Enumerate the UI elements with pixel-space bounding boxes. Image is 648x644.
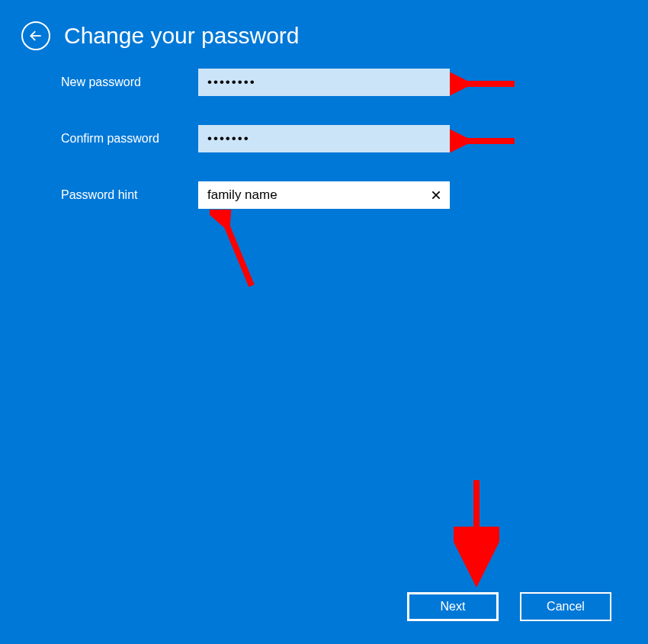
cancel-button[interactable]: Cancel	[520, 592, 611, 621]
new-password-input[interactable]	[198, 69, 450, 96]
footer-buttons: Next Cancel	[407, 592, 611, 621]
back-button[interactable]	[21, 21, 50, 50]
arrow-left-icon	[28, 28, 43, 43]
close-icon	[430, 189, 442, 201]
confirm-password-label: Confirm password	[61, 132, 198, 146]
clear-hint-button[interactable]	[422, 181, 450, 209]
password-hint-input[interactable]	[198, 181, 450, 209]
row-confirm-password: Confirm password	[61, 125, 595, 152]
header: Change your password	[21, 21, 300, 50]
annotation-arrow-icon	[454, 473, 499, 587]
new-password-label: New password	[61, 75, 198, 89]
next-button[interactable]: Next	[407, 592, 499, 621]
password-form: New password Confirm password Password h…	[61, 69, 595, 238]
row-password-hint: Password hint	[61, 181, 595, 209]
password-hint-label: Password hint	[61, 188, 198, 202]
page-title: Change your password	[64, 23, 300, 49]
confirm-password-input[interactable]	[198, 125, 450, 152]
row-new-password: New password	[61, 69, 595, 96]
